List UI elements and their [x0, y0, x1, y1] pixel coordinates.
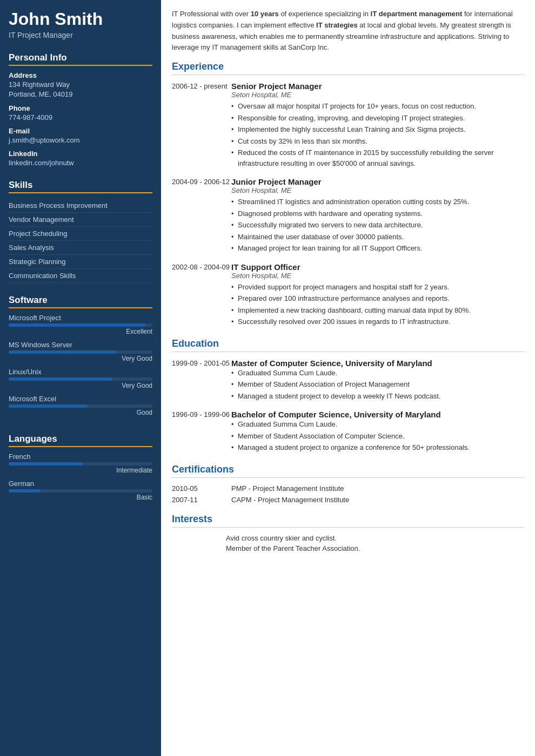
software-item: Microsoft Excel Good	[9, 395, 152, 416]
entry-body: Bachelor of Computer Science, University…	[231, 410, 524, 454]
address-line1: 134 Rightward Way	[9, 80, 152, 90]
bullet-item: Graduated Summa Cum Laude.	[231, 368, 524, 379]
language-item: German Basic	[9, 480, 152, 501]
education-entry: 1999-09 - 2001-05 Master of Computer Sci…	[172, 359, 524, 403]
language-bar-container	[9, 489, 152, 492]
entry-date: 2006-12 - present	[172, 82, 231, 170]
experience-list: 2006-12 - present Senior Project Manager…	[172, 82, 524, 328]
software-heading: Software	[9, 295, 152, 308]
software-bar-container	[9, 404, 152, 408]
language-name: French	[9, 453, 152, 461]
skill-item: Sales Analysis	[9, 241, 152, 255]
languages-heading: Languages	[9, 434, 152, 447]
software-name: Microsoft Excel	[9, 395, 152, 403]
bullet-item: Streamlined IT logistics and administrat…	[231, 197, 524, 207]
experience-heading: Experience	[172, 61, 524, 75]
education-list: 1999-09 - 2001-05 Master of Computer Sci…	[172, 359, 524, 454]
bullet-item: Implemented a new tracking dashboard, cu…	[231, 305, 524, 316]
entry-bullets: Provided support for project managers an…	[231, 282, 524, 327]
sidebar-header: John Smith IT Project Manager	[0, 0, 161, 47]
interests-section: Interests Avid cross country skier and c…	[172, 514, 524, 552]
personal-info-heading: Personal Info	[9, 52, 152, 66]
entry-company: Seton Hospital, ME	[231, 272, 524, 280]
software-bar-fill	[9, 350, 117, 354]
cert-date: 2010-05	[172, 484, 231, 492]
skills-heading: Skills	[9, 180, 152, 193]
software-bar-fill	[9, 404, 88, 408]
language-rating: Intermediate	[9, 467, 152, 474]
languages-section: Languages French Intermediate German Bas…	[0, 434, 161, 513]
bullet-item: Member of Student Association of Project…	[231, 379, 524, 390]
language-bar-container	[9, 462, 152, 465]
bullet-item: Graduated Summa Cum Laude.	[231, 419, 524, 430]
skill-item: Strategic Planning	[9, 255, 152, 269]
software-list: Microsoft Project Excellent MS Windows S…	[9, 314, 152, 416]
software-bar-fill	[9, 377, 112, 381]
interest-item: Member of the Parent Teacher Association…	[172, 544, 524, 552]
bullet-item: Reduced the costs of IT maintenance in 2…	[231, 147, 524, 168]
skill-item: Project Scheduling	[9, 227, 152, 241]
summary-section: IT Professional with over 10 years of ex…	[172, 9, 524, 53]
bullet-item: Oversaw all major hospital IT projects f…	[231, 101, 524, 112]
cert-entry: 2007-11 CAPM - Project Management Instit…	[172, 496, 524, 504]
entry-title: Master of Computer Science, University o…	[231, 359, 524, 368]
entry-date: 2004-09 - 2006-12	[172, 177, 231, 255]
entry-date: 1996-09 - 1999-06	[172, 410, 231, 454]
software-item: Microsoft Project Excellent	[9, 314, 152, 335]
cert-date: 2007-11	[172, 496, 231, 504]
skill-item: Vendor Management	[9, 213, 152, 227]
main-content: IT Professional with over 10 years of ex…	[161, 0, 535, 756]
skill-item: Business Process Improvement	[9, 199, 152, 213]
entry-date: 2002-08 - 2004-09	[172, 262, 231, 328]
software-rating: Very Good	[9, 382, 152, 389]
cert-text: PMP - Project Management Institute	[231, 484, 524, 492]
entry-body: Senior Project Manager Seton Hospital, M…	[231, 82, 524, 170]
language-bar-fill	[9, 462, 83, 465]
language-item: French Intermediate	[9, 453, 152, 474]
certifications-list: 2010-05 PMP - Project Management Institu…	[172, 484, 524, 504]
address-label: Address	[9, 71, 152, 79]
software-name: MS Windows Server	[9, 341, 152, 349]
email-value: j.smith@uptowork.com	[9, 136, 152, 145]
linkedin-value: linkedin.com/johnutw	[9, 158, 152, 168]
bullet-item: Prepared over 100 infrastructure perform…	[231, 293, 524, 304]
bullet-item: Successfully migrated two servers to new…	[231, 220, 524, 231]
bullet-item: Provided support for project managers an…	[231, 282, 524, 293]
software-bar-container	[9, 323, 152, 327]
software-bar-container	[9, 350, 152, 354]
bullet-item: Successfully resolved over 200 issues in…	[231, 316, 524, 327]
certifications-heading: Certifications	[172, 464, 524, 478]
language-rating: Basic	[9, 494, 152, 501]
entry-company: Seton Hospital, ME	[231, 91, 524, 99]
address-line2: Portland, ME, 04019	[9, 90, 152, 99]
entry-date: 1999-09 - 2001-05	[172, 359, 231, 403]
software-section: Software Microsoft Project Excellent MS …	[0, 295, 161, 428]
personal-info-section: Personal Info Address 134 Rightward Way …	[0, 52, 161, 174]
bullet-item: Responsible for creating, improving, and…	[231, 113, 524, 124]
experience-entry: 2004-09 - 2006-12 Junior Project Manager…	[172, 177, 524, 255]
bullet-item: Member of Student Association of Compute…	[231, 431, 524, 442]
certifications-section: Certifications 2010-05 PMP - Project Man…	[172, 464, 524, 504]
interests-heading: Interests	[172, 514, 524, 528]
language-name: German	[9, 480, 152, 488]
software-item: Linux/Unix Very Good	[9, 368, 152, 389]
phone-value: 774-987-4009	[9, 113, 152, 123]
entry-bullets: Graduated Summa Cum Laude.Member of Stud…	[231, 419, 524, 453]
interests-list: Avid cross country skier and cyclist.Mem…	[172, 534, 524, 552]
software-rating: Very Good	[9, 355, 152, 362]
entry-title: IT Support Officer	[231, 262, 524, 272]
experience-entry: 2006-12 - present Senior Project Manager…	[172, 82, 524, 170]
language-bar-fill	[9, 489, 41, 492]
entry-body: IT Support Officer Seton Hospital, ME Pr…	[231, 262, 524, 328]
entry-bullets: Graduated Summa Cum Laude.Member of Stud…	[231, 368, 524, 402]
candidate-title: IT Project Manager	[9, 31, 152, 39]
software-rating: Good	[9, 409, 152, 416]
skill-item: Communication Skills	[9, 269, 152, 283]
education-heading: Education	[172, 338, 524, 352]
email-label: E-mail	[9, 127, 152, 135]
entry-bullets: Streamlined IT logistics and administrat…	[231, 197, 524, 254]
entry-title: Bachelor of Computer Science, University…	[231, 410, 524, 419]
entry-body: Master of Computer Science, University o…	[231, 359, 524, 403]
education-section: Education 1999-09 - 2001-05 Master of Co…	[172, 338, 524, 454]
phone-label: Phone	[9, 104, 152, 112]
